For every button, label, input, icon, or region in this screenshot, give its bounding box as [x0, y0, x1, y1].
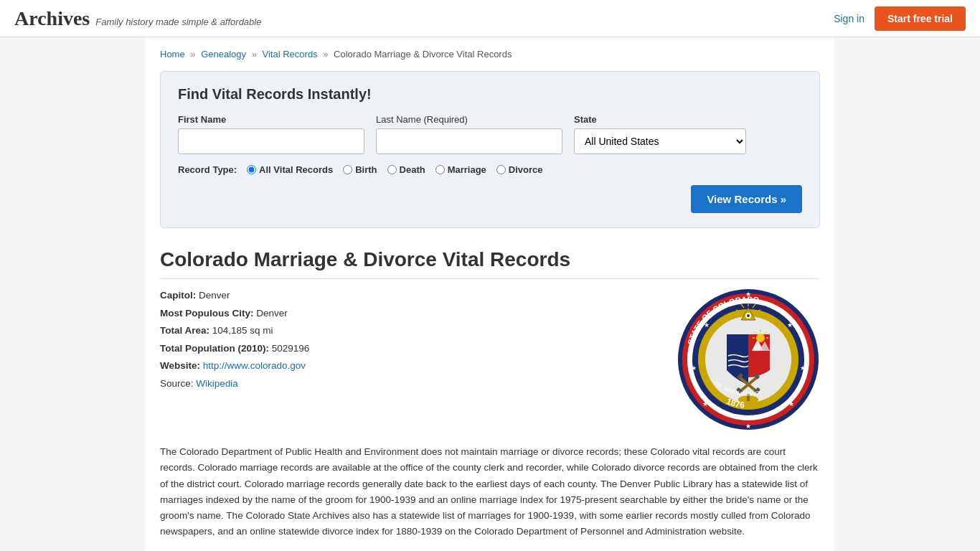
sign-in-link[interactable]: Sign in: [834, 13, 864, 24]
last-name-input[interactable]: [376, 128, 562, 154]
state-group: State All United StatesAlabamaAlaskaAriz…: [574, 114, 746, 154]
population-value: 5029196: [272, 343, 310, 354]
breadcrumb-home[interactable]: Home: [160, 49, 185, 60]
svg-text:★: ★: [702, 400, 708, 408]
header: Archives Family history made simple & af…: [0, 0, 980, 37]
record-type-marriage[interactable]: Marriage: [435, 164, 486, 175]
population-label: Total Population (2010):: [160, 343, 269, 354]
last-name-required: (Required): [424, 114, 468, 125]
state-facts: Capitol: Denver Most Populous City: Denv…: [160, 288, 662, 431]
last-name-group: Last Name (Required): [376, 114, 562, 154]
wikipedia-link[interactable]: Wikipedia: [196, 378, 238, 389]
first-name-input[interactable]: [178, 128, 364, 154]
svg-point-8: [756, 334, 765, 342]
record-type-divorce[interactable]: Divorce: [496, 164, 543, 175]
populous-value: Denver: [256, 308, 288, 319]
record-type-birth[interactable]: Birth: [343, 164, 377, 175]
breadcrumb: Home » Genealogy » Vital Records » Color…: [160, 49, 820, 60]
svg-text:★: ★: [788, 400, 794, 408]
breadcrumb-vital-records[interactable]: Vital Records: [263, 49, 318, 60]
header-logo-area: Archives Family history made simple & af…: [14, 7, 261, 30]
last-name-label: Last Name (Required): [376, 114, 562, 125]
capitol-value: Denver: [199, 290, 230, 301]
breadcrumb-sep2: »: [252, 49, 257, 60]
svg-text:★: ★: [745, 291, 751, 298]
first-name-group: First Name: [178, 114, 364, 154]
capitol-label: Capitol:: [160, 290, 196, 301]
svg-text:★: ★: [800, 364, 806, 372]
page-title: Colorado Marriage & Divorce Vital Record…: [160, 248, 820, 279]
website-link[interactable]: http://www.colorado.gov: [203, 360, 306, 371]
svg-text:★: ★: [745, 423, 751, 430]
source-label: Source:: [160, 378, 194, 389]
state-info-section: Capitol: Denver Most Populous City: Denv…: [160, 288, 820, 431]
logo-tagline: Family history made simple & affordable: [95, 17, 261, 27]
state-select[interactable]: All United StatesAlabamaAlaskaArizonaArk…: [574, 128, 746, 154]
name-fields-row: First Name Last Name (Required) State Al…: [178, 114, 802, 154]
breadcrumb-sep3: »: [323, 49, 328, 60]
view-records-button[interactable]: View Records »: [691, 185, 802, 213]
area-label: Total Area:: [160, 325, 209, 336]
website-label: Website:: [160, 360, 200, 371]
state-label: State: [574, 114, 746, 125]
header-nav: Sign in Start free trial: [834, 6, 966, 31]
first-name-label: First Name: [178, 114, 364, 125]
logo: Archives: [14, 7, 90, 30]
search-form-title: Find Vital Records Instantly!: [178, 86, 802, 103]
area-value: 104,185 sq mi: [212, 325, 273, 336]
svg-point-22: [747, 314, 750, 317]
record-type-all[interactable]: All Vital Records: [247, 164, 333, 175]
breadcrumb-genealogy[interactable]: Genealogy: [201, 49, 246, 60]
svg-text:★: ★: [704, 321, 710, 329]
record-type-death[interactable]: Death: [387, 164, 425, 175]
state-seal: ★ ★ ★ STATE OF COLORADO 1876 NIL SINE NU…: [677, 288, 820, 431]
main-content: Home » Genealogy » Vital Records » Color…: [146, 37, 834, 551]
search-form-container: Find Vital Records Instantly! First Name…: [160, 71, 820, 228]
svg-text:★: ★: [787, 321, 793, 329]
breadcrumb-current: Colorado Marriage & Divorce Vital Record…: [334, 49, 512, 60]
populous-label: Most Populous City:: [160, 308, 254, 319]
view-records-row: View Records »: [178, 185, 802, 213]
state-description: The Colorado Department of Public Health…: [160, 444, 820, 540]
record-type-label: Record Type:: [178, 164, 237, 175]
start-trial-button[interactable]: Start free trial: [875, 6, 966, 31]
svg-text:★: ★: [691, 364, 697, 372]
record-type-row: Record Type: All Vital Records Birth Dea…: [178, 164, 802, 175]
breadcrumb-sep1: »: [190, 49, 195, 60]
